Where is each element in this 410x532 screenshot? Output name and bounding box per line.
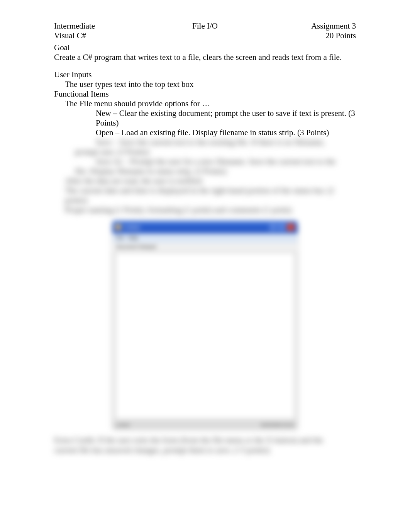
course-name: Intermediate [54,21,95,31]
list-item: The File menu should provide options for… [54,99,356,109]
blurred-content: Save – Save the current text to the exis… [54,138,356,215]
titlebar: Untitled [112,221,298,233]
assignment-topic: File I/O [192,21,218,31]
blurred-line: Save – Save the current text to the exis… [96,138,356,147]
list-item: After the data are read, the user is not… [54,176,356,186]
menubar: File Help [112,233,298,243]
blurred-line: After the data are read, the user is not… [65,176,356,186]
footer-line: Extra Credit: If the user exits the form… [54,435,356,445]
text-editor-area[interactable] [115,253,295,419]
assignment-points: 20 Points [311,31,356,41]
window-title: Untitled [123,224,140,230]
goal-text: Create a C# program that writes text to … [54,53,356,62]
menu-help[interactable]: Help [128,235,138,241]
app-window: Untitled File Help Document Notepad unti… [112,221,298,430]
close-button[interactable] [287,224,295,231]
goal-heading: Goal [54,43,356,53]
blurred-line: Proper naming (1 Point), formatting (1 p… [65,205,356,215]
status-filename: untitled [116,423,130,427]
list-item: The current date and time is displayed i… [54,186,356,195]
list-item: The user types text into the top text bo… [54,80,356,89]
blurred-line: The current date and time is displayed i… [65,186,356,195]
minimize-button[interactable] [269,224,277,231]
list-item: Proper naming (1 Point), formatting (1 p… [54,205,356,215]
app-icon [115,224,121,230]
extra-credit-blurred: Extra Credit: If the user exits the form… [54,435,356,456]
user-input-item: The user types text into the top text bo… [65,80,356,89]
course-lang: Visual C# [54,31,95,41]
blurred-line: prompt user. (3 Points) [54,147,356,157]
list-item: New – Clear the existing document; promp… [54,109,356,128]
functional-subitem-new: New – Clear the existing document; promp… [96,109,356,128]
embedded-screenshot: Untitled File Help Document Notepad unti… [54,221,356,430]
maximize-button[interactable] [278,224,286,231]
functional-heading: Functional Items [54,89,356,99]
titlebar-left: Untitled [115,224,140,230]
footer-line: current file has unsaved changes, prompt… [54,445,356,455]
blurred-line: Save As – Prompt the user for a new file… [96,157,356,167]
statusbar: untitled 00/00/0000 00:00 [112,420,298,430]
list-item: Save As – Prompt the user for a new file… [54,157,356,167]
status-datetime: 00/00/0000 00:00 [261,423,294,427]
header-right: Assignment 3 20 Points [311,21,356,41]
assignment-number: Assignment 3 [311,21,356,31]
window-controls [269,224,295,231]
user-inputs-heading: User Inputs [54,70,356,80]
functional-subitem-open: Open – Load an existing file. Display fi… [96,128,356,138]
list-item: Save – Save the current text to the exis… [54,138,356,147]
menu-file[interactable]: File [116,235,124,241]
list-item: Open – Load an existing file. Display fi… [54,128,356,138]
page-header: Intermediate Visual C# File I/O Assignme… [54,21,356,41]
header-left: Intermediate Visual C# [54,21,95,41]
functional-intro: The File menu should provide options for… [65,99,356,109]
document-label: Document Notepad [112,243,298,251]
blurred-line: points) [54,195,356,205]
blurred-line: file. Display filename in status strip. … [54,167,356,176]
